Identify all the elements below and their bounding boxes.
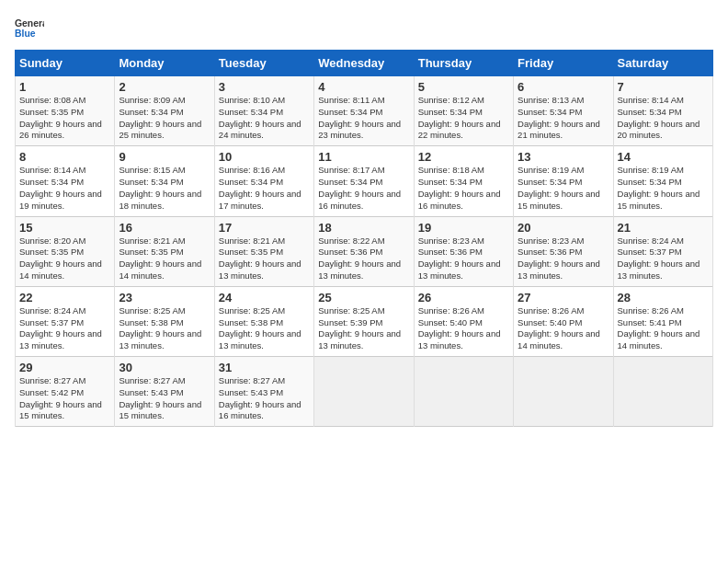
calendar-day-cell: 30 Sunrise: 8:27 AMSunset: 5:43 PMDaylig… xyxy=(115,357,214,427)
day-number: 24 xyxy=(219,291,310,304)
calendar-day-cell: 3 Sunrise: 8:10 AMSunset: 5:34 PMDayligh… xyxy=(214,76,313,146)
day-info: Sunrise: 8:15 AMSunset: 5:34 PMDaylight:… xyxy=(119,165,201,210)
calendar-day-cell: 19 Sunrise: 8:23 AMSunset: 5:36 PMDaylig… xyxy=(414,216,513,286)
day-info: Sunrise: 8:20 AMSunset: 5:35 PMDaylight:… xyxy=(19,236,102,281)
day-number: 19 xyxy=(418,221,509,235)
day-info: Sunrise: 8:24 AMSunset: 5:37 PMDaylight:… xyxy=(618,236,700,281)
day-info: Sunrise: 8:23 AMSunset: 5:36 PMDaylight:… xyxy=(518,236,600,281)
calendar-day-cell: 18 Sunrise: 8:22 AMSunset: 5:36 PMDaylig… xyxy=(314,216,414,286)
calendar-day-cell: 23 Sunrise: 8:25 AMSunset: 5:38 PMDaylig… xyxy=(115,286,214,356)
day-info: Sunrise: 8:25 AMSunset: 5:38 PMDaylight:… xyxy=(119,305,201,350)
calendar-day-cell: 21 Sunrise: 8:24 AMSunset: 5:37 PMDaylig… xyxy=(613,216,712,286)
day-info: Sunrise: 8:17 AMSunset: 5:34 PMDaylight:… xyxy=(318,165,401,210)
day-number: 15 xyxy=(19,221,110,235)
calendar-day-cell: 5 Sunrise: 8:12 AMSunset: 5:34 PMDayligh… xyxy=(414,76,513,146)
day-number: 9 xyxy=(119,150,210,164)
calendar-week-row: 29 Sunrise: 8:27 AMSunset: 5:42 PMDaylig… xyxy=(16,357,713,427)
day-info: Sunrise: 8:26 AMSunset: 5:40 PMDaylight:… xyxy=(418,305,501,350)
calendar-day-cell: 16 Sunrise: 8:21 AMSunset: 5:35 PMDaylig… xyxy=(115,216,214,286)
weekday-header: Monday xyxy=(115,51,214,76)
day-number: 30 xyxy=(119,361,210,374)
calendar-week-row: 22 Sunrise: 8:24 AMSunset: 5:37 PMDaylig… xyxy=(16,286,713,356)
day-info: Sunrise: 8:27 AMSunset: 5:43 PMDaylight:… xyxy=(119,375,201,420)
day-info: Sunrise: 8:19 AMSunset: 5:34 PMDaylight:… xyxy=(518,165,600,210)
day-number: 17 xyxy=(219,221,310,235)
calendar-day-cell: 27 Sunrise: 8:26 AMSunset: 5:40 PMDaylig… xyxy=(514,286,613,356)
calendar-header-row: SundayMondayTuesdayWednesdayThursdayFrid… xyxy=(16,51,713,76)
day-info: Sunrise: 8:12 AMSunset: 5:34 PMDaylight:… xyxy=(418,95,501,140)
day-number: 4 xyxy=(318,80,409,94)
day-info: Sunrise: 8:18 AMSunset: 5:34 PMDaylight:… xyxy=(418,165,501,210)
calendar-day-cell: 28 Sunrise: 8:26 AMSunset: 5:41 PMDaylig… xyxy=(613,286,712,356)
day-number: 1 xyxy=(19,80,110,94)
day-number: 3 xyxy=(219,80,310,94)
calendar-body: 1 Sunrise: 8:08 AMSunset: 5:35 PMDayligh… xyxy=(16,76,713,427)
day-info: Sunrise: 8:11 AMSunset: 5:34 PMDaylight:… xyxy=(318,95,401,140)
calendar-week-row: 15 Sunrise: 8:20 AMSunset: 5:35 PMDaylig… xyxy=(16,216,713,286)
calendar-week-row: 8 Sunrise: 8:14 AMSunset: 5:34 PMDayligh… xyxy=(16,146,713,216)
calendar-day-cell: 20 Sunrise: 8:23 AMSunset: 5:36 PMDaylig… xyxy=(514,216,613,286)
day-info: Sunrise: 8:24 AMSunset: 5:37 PMDaylight:… xyxy=(19,305,102,350)
day-info: Sunrise: 8:10 AMSunset: 5:34 PMDaylight:… xyxy=(219,95,301,140)
day-number: 6 xyxy=(518,80,609,94)
calendar-day-cell: 2 Sunrise: 8:09 AMSunset: 5:34 PMDayligh… xyxy=(115,76,214,146)
day-info: Sunrise: 8:21 AMSunset: 5:35 PMDaylight:… xyxy=(219,236,301,281)
day-info: Sunrise: 8:25 AMSunset: 5:38 PMDaylight:… xyxy=(219,305,301,350)
day-number: 26 xyxy=(418,291,509,304)
day-number: 31 xyxy=(219,361,310,374)
calendar-day-cell: 6 Sunrise: 8:13 AMSunset: 5:34 PMDayligh… xyxy=(514,76,613,146)
day-number: 21 xyxy=(618,221,709,235)
calendar-day-cell xyxy=(613,357,712,427)
day-number: 27 xyxy=(518,291,609,304)
page-container: General Blue SundayMondayTuesdayWednesda… xyxy=(0,0,728,434)
weekday-header: Thursday xyxy=(414,51,513,76)
day-number: 2 xyxy=(119,80,210,94)
day-number: 11 xyxy=(318,150,409,164)
logo-icon: General Blue xyxy=(15,15,44,40)
day-number: 7 xyxy=(618,80,709,94)
weekday-header: Saturday xyxy=(613,51,712,76)
day-number: 29 xyxy=(19,361,110,374)
calendar-day-cell: 26 Sunrise: 8:26 AMSunset: 5:40 PMDaylig… xyxy=(414,286,513,356)
day-number: 18 xyxy=(318,221,409,235)
day-number: 20 xyxy=(518,221,609,235)
day-info: Sunrise: 8:16 AMSunset: 5:34 PMDaylight:… xyxy=(219,165,301,210)
weekday-header: Friday xyxy=(514,51,613,76)
calendar-day-cell: 11 Sunrise: 8:17 AMSunset: 5:34 PMDaylig… xyxy=(314,146,414,216)
day-number: 5 xyxy=(418,80,509,94)
calendar-day-cell: 31 Sunrise: 8:27 AMSunset: 5:43 PMDaylig… xyxy=(214,357,313,427)
day-info: Sunrise: 8:27 AMSunset: 5:42 PMDaylight:… xyxy=(19,375,102,420)
day-info: Sunrise: 8:25 AMSunset: 5:39 PMDaylight:… xyxy=(318,305,401,350)
weekday-header: Tuesday xyxy=(214,51,313,76)
svg-text:General: General xyxy=(15,18,44,29)
page-header: General Blue xyxy=(15,15,713,40)
day-number: 25 xyxy=(318,291,409,304)
day-info: Sunrise: 8:23 AMSunset: 5:36 PMDaylight:… xyxy=(418,236,501,281)
calendar-day-cell: 8 Sunrise: 8:14 AMSunset: 5:34 PMDayligh… xyxy=(16,146,115,216)
day-info: Sunrise: 8:09 AMSunset: 5:34 PMDaylight:… xyxy=(119,95,201,140)
day-info: Sunrise: 8:08 AMSunset: 5:35 PMDaylight:… xyxy=(19,95,102,140)
logo: General Blue xyxy=(15,15,48,40)
day-number: 14 xyxy=(618,150,709,164)
weekday-header: Sunday xyxy=(16,51,115,76)
calendar-day-cell: 1 Sunrise: 8:08 AMSunset: 5:35 PMDayligh… xyxy=(16,76,115,146)
calendar-day-cell: 29 Sunrise: 8:27 AMSunset: 5:42 PMDaylig… xyxy=(16,357,115,427)
day-info: Sunrise: 8:14 AMSunset: 5:34 PMDaylight:… xyxy=(618,95,700,140)
day-number: 16 xyxy=(119,221,210,235)
calendar-day-cell xyxy=(314,357,414,427)
weekday-header: Wednesday xyxy=(314,51,414,76)
day-number: 28 xyxy=(618,291,709,304)
day-number: 8 xyxy=(19,150,110,164)
day-number: 13 xyxy=(518,150,609,164)
calendar-day-cell: 12 Sunrise: 8:18 AMSunset: 5:34 PMDaylig… xyxy=(414,146,513,216)
calendar-day-cell: 14 Sunrise: 8:19 AMSunset: 5:34 PMDaylig… xyxy=(613,146,712,216)
calendar-day-cell: 10 Sunrise: 8:16 AMSunset: 5:34 PMDaylig… xyxy=(214,146,313,216)
calendar-day-cell: 15 Sunrise: 8:20 AMSunset: 5:35 PMDaylig… xyxy=(16,216,115,286)
day-info: Sunrise: 8:26 AMSunset: 5:41 PMDaylight:… xyxy=(618,305,700,350)
calendar-day-cell xyxy=(514,357,613,427)
calendar-day-cell: 24 Sunrise: 8:25 AMSunset: 5:38 PMDaylig… xyxy=(214,286,313,356)
calendar-table: SundayMondayTuesdayWednesdayThursdayFrid… xyxy=(15,50,713,427)
calendar-day-cell: 25 Sunrise: 8:25 AMSunset: 5:39 PMDaylig… xyxy=(314,286,414,356)
day-info: Sunrise: 8:14 AMSunset: 5:34 PMDaylight:… xyxy=(19,165,102,210)
day-number: 12 xyxy=(418,150,509,164)
